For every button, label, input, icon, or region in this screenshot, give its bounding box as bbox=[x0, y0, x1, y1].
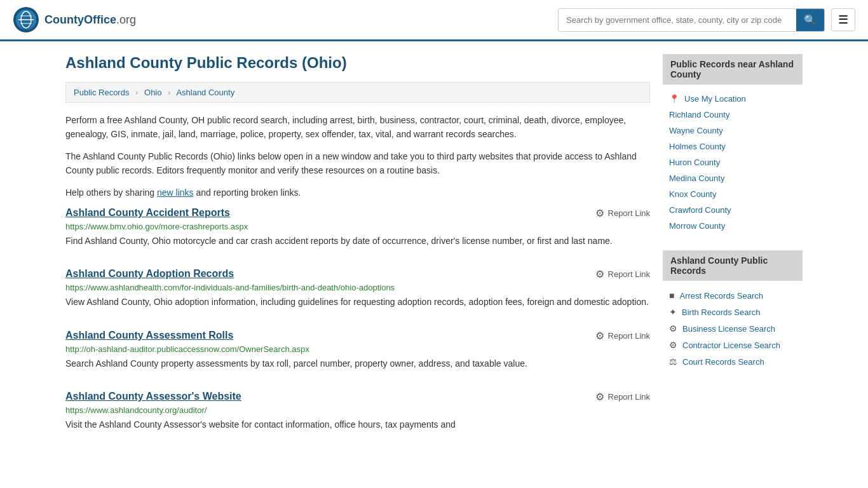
business-icon: ⚙ bbox=[669, 323, 677, 334]
breadcrumb: Public Records › Ohio › Ashland County bbox=[65, 82, 650, 103]
nearby-section-content: 📍 Use My Location Richland CountyWayne C… bbox=[663, 87, 803, 238]
report-link-button[interactable]: ⚙ Report Link bbox=[595, 268, 650, 280]
arrest-icon: ■ bbox=[669, 290, 674, 301]
breadcrumb-sep-1: › bbox=[135, 88, 138, 97]
search-input[interactable] bbox=[559, 10, 796, 30]
report-icon: ⚙ bbox=[595, 330, 604, 342]
content-area: Ashland County Public Records (Ohio) Pub… bbox=[65, 54, 650, 452]
sidebar-record-link[interactable]: ✦ Birth Records Search bbox=[663, 304, 803, 320]
sidebar-record-link[interactable]: ⚙ Contractor License Search bbox=[663, 337, 803, 353]
search-button[interactable]: 🔍 bbox=[796, 9, 824, 31]
description-1: Perform a free Ashland County, OH public… bbox=[65, 113, 650, 142]
records-container: Ashland County Accident Reports ⚙ Report… bbox=[65, 207, 650, 437]
hamburger-icon: ☰ bbox=[838, 13, 848, 26]
record-entry: Ashland County Accident Reports ⚙ Report… bbox=[65, 207, 650, 253]
sidebar-record-link-label: Business License Search bbox=[682, 324, 775, 334]
record-url[interactable]: https://www.ashlandhealth.com/for-indivi… bbox=[65, 283, 650, 292]
court-icon: ⚖ bbox=[669, 356, 677, 367]
description-2: The Ashland County Public Records (Ohio)… bbox=[65, 149, 650, 178]
record-links-list: ■ Arrest Records Search ✦ Birth Records … bbox=[663, 287, 803, 370]
location-icon: 📍 bbox=[669, 94, 679, 104]
nearby-county-link[interactable]: Morrow County bbox=[663, 218, 803, 234]
report-link-label: Report Link bbox=[608, 392, 650, 402]
record-title[interactable]: Ashland County Adoption Records bbox=[65, 268, 234, 280]
nearby-county-link[interactable]: Knox County bbox=[663, 186, 803, 202]
search-bar: 🔍 bbox=[558, 8, 825, 32]
breadcrumb-ashland[interactable]: Ashland County bbox=[176, 88, 234, 97]
sidebar-record-link-label: Arrest Records Search bbox=[679, 291, 763, 301]
menu-button[interactable]: ☰ bbox=[831, 8, 855, 31]
contractor-icon: ⚙ bbox=[669, 340, 677, 350]
record-desc: Find Ashland County, Ohio motorcycle and… bbox=[65, 234, 650, 248]
search-icon: 🔍 bbox=[804, 15, 817, 25]
nearby-county-link[interactable]: Wayne County bbox=[663, 123, 803, 139]
report-icon: ⚙ bbox=[595, 207, 604, 219]
breadcrumb-ohio[interactable]: Ohio bbox=[144, 88, 161, 97]
record-title[interactable]: Ashland County Accident Reports bbox=[65, 207, 230, 219]
description-3-post: and reporting broken links. bbox=[194, 187, 301, 198]
record-header: Ashland County Adoption Records ⚙ Report… bbox=[65, 268, 650, 280]
report-link-button[interactable]: ⚙ Report Link bbox=[595, 391, 650, 403]
new-links-link[interactable]: new links bbox=[157, 187, 194, 198]
report-icon: ⚙ bbox=[595, 268, 604, 280]
breadcrumb-sep-2: › bbox=[168, 88, 170, 97]
record-header: Ashland County Assessor's Website ⚙ Repo… bbox=[65, 391, 650, 403]
nearby-section-title: Public Records near Ashland County bbox=[663, 54, 803, 85]
record-entry: Ashland County Assessment Rolls ⚙ Report… bbox=[65, 330, 650, 376]
report-link-label: Report Link bbox=[608, 331, 650, 341]
nearby-county-link[interactable]: Medina County bbox=[663, 170, 803, 186]
record-entry: Ashland County Adoption Records ⚙ Report… bbox=[65, 268, 650, 314]
report-link-label: Report Link bbox=[608, 208, 650, 218]
ashland-records-title: Ashland County Public Records bbox=[663, 250, 803, 281]
report-link-button[interactable]: ⚙ Report Link bbox=[595, 330, 650, 342]
nearby-counties-list: Richland CountyWayne CountyHolmes County… bbox=[663, 107, 803, 234]
breadcrumb-public-records[interactable]: Public Records bbox=[74, 88, 129, 97]
report-link-button[interactable]: ⚙ Report Link bbox=[595, 207, 650, 219]
ashland-records-section: Ashland County Public Records ■ Arrest R… bbox=[663, 250, 803, 374]
nearby-county-link[interactable]: Holmes County bbox=[663, 139, 803, 154]
record-url[interactable]: https://www.bmv.ohio.gov/more-crashrepor… bbox=[65, 222, 650, 231]
record-header: Ashland County Assessment Rolls ⚙ Report… bbox=[65, 330, 650, 342]
record-entry: Ashland County Assessor's Website ⚙ Repo… bbox=[65, 391, 650, 437]
ashland-records-content: ■ Arrest Records Search ✦ Birth Records … bbox=[663, 283, 803, 374]
main-container: Ashland County Public Records (Ohio) Pub… bbox=[53, 41, 815, 465]
record-title[interactable]: Ashland County Assessor's Website bbox=[65, 391, 241, 402]
record-url[interactable]: http://oh-ashland-auditor.publicaccessno… bbox=[65, 344, 650, 354]
sidebar-record-link[interactable]: ⚖ Court Records Search bbox=[663, 353, 803, 370]
use-my-location-link[interactable]: 📍 Use My Location bbox=[663, 91, 803, 107]
nearby-county-link[interactable]: Richland County bbox=[663, 107, 803, 123]
sidebar-record-link-label: Birth Records Search bbox=[682, 308, 761, 317]
site-header: CountyOffice.org 🔍 ☰ bbox=[0, 0, 868, 41]
logo-text: CountyOffice.org bbox=[44, 13, 136, 27]
logo-icon bbox=[13, 6, 39, 33]
nearby-county-link[interactable]: Huron County bbox=[663, 154, 803, 170]
report-icon: ⚙ bbox=[595, 391, 604, 403]
birth-icon: ✦ bbox=[669, 307, 677, 317]
sidebar-record-link-label: Contractor License Search bbox=[682, 341, 780, 350]
record-url[interactable]: https://www.ashlandcounty.org/auditor/ bbox=[65, 405, 650, 415]
sidebar-record-link-label: Court Records Search bbox=[682, 357, 764, 367]
description-3-pre: Help others by sharing bbox=[65, 187, 157, 198]
logo-area: CountyOffice.org bbox=[13, 6, 136, 33]
sidebar: Public Records near Ashland County 📍 Use… bbox=[663, 54, 803, 452]
description-3: Help others by sharing new links and rep… bbox=[65, 186, 650, 200]
nearby-section: Public Records near Ashland County 📍 Use… bbox=[663, 54, 803, 238]
record-desc: Visit the Ashland County Assessor's webs… bbox=[65, 417, 650, 431]
record-desc: View Ashland County, Ohio adoption infor… bbox=[65, 295, 650, 309]
report-link-label: Report Link bbox=[608, 269, 650, 279]
record-desc: Search Ashland County property assessmen… bbox=[65, 356, 650, 370]
page-title: Ashland County Public Records (Ohio) bbox=[65, 54, 650, 72]
record-title[interactable]: Ashland County Assessment Rolls bbox=[65, 330, 233, 341]
header-right: 🔍 ☰ bbox=[558, 8, 855, 32]
nearby-county-link[interactable]: Crawford County bbox=[663, 202, 803, 218]
sidebar-record-link[interactable]: ■ Arrest Records Search bbox=[663, 287, 803, 304]
record-header: Ashland County Accident Reports ⚙ Report… bbox=[65, 207, 650, 219]
sidebar-record-link[interactable]: ⚙ Business License Search bbox=[663, 320, 803, 337]
